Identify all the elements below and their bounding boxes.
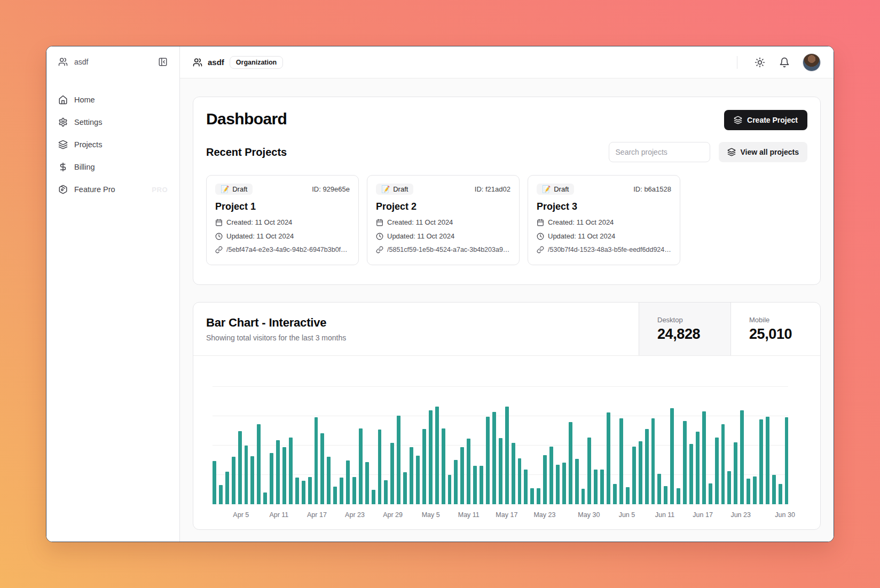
project-card[interactable]: 📝 Draft ID: b6a1528 Project 3 Creat (528, 175, 680, 265)
bar[interactable] (232, 457, 235, 504)
bar[interactable] (276, 440, 280, 504)
bar[interactable] (250, 456, 254, 504)
bar[interactable] (721, 424, 725, 504)
bar[interactable] (372, 490, 375, 505)
bar[interactable] (664, 486, 667, 504)
bar[interactable] (308, 477, 312, 504)
bar[interactable] (772, 475, 776, 504)
bar[interactable] (632, 447, 636, 504)
project-link[interactable]: /5ebf47a4-e2e3-4a9c-94b2-6947b3b0f3… (215, 246, 350, 253)
bar[interactable] (410, 447, 413, 504)
bar[interactable] (537, 488, 540, 504)
bar[interactable] (378, 430, 382, 504)
sidebar-collapse-icon[interactable] (158, 57, 168, 67)
bar[interactable] (359, 428, 363, 504)
bar[interactable] (619, 418, 623, 504)
bar[interactable] (569, 422, 572, 504)
bar[interactable] (727, 471, 731, 504)
bar[interactable] (315, 417, 318, 505)
bar[interactable] (384, 480, 388, 504)
bar[interactable] (416, 456, 420, 504)
bar[interactable] (270, 453, 273, 504)
bar[interactable] (645, 429, 649, 504)
bar[interactable] (505, 407, 509, 504)
bar[interactable] (499, 438, 502, 504)
bar[interactable] (333, 487, 337, 504)
notifications-button[interactable] (775, 53, 794, 72)
bar-chart-plot[interactable] (213, 368, 788, 504)
project-card[interactable]: 📝 Draft ID: 929e65e Project 1 Creat (206, 175, 359, 265)
bar[interactable] (556, 465, 560, 504)
bar[interactable] (302, 481, 305, 504)
bar[interactable] (365, 462, 369, 504)
bar[interactable] (397, 416, 400, 505)
bar[interactable] (289, 438, 293, 504)
bar[interactable] (734, 442, 737, 504)
bar[interactable] (454, 460, 458, 504)
project-link[interactable]: /5851cf59-1e5b-4524-a7ac-3b4b203a9ec9 (376, 246, 510, 253)
bar[interactable] (219, 485, 223, 504)
bar[interactable] (460, 447, 464, 504)
org-switcher[interactable]: asdf Organization (193, 56, 283, 69)
bar[interactable] (600, 470, 604, 504)
bar[interactable] (715, 438, 719, 504)
bar[interactable] (709, 483, 712, 504)
bar[interactable] (747, 479, 750, 504)
bar[interactable] (670, 408, 674, 504)
bar[interactable] (562, 463, 566, 504)
bar[interactable] (524, 470, 528, 504)
create-project-button[interactable]: Create Project (724, 110, 807, 130)
stat-toggle-desktop[interactable]: Desktop 24,828 (639, 303, 730, 355)
bar[interactable] (702, 411, 706, 504)
bar[interactable] (422, 429, 426, 504)
sidebar-item-feature-pro[interactable]: Feature Pro PRO (54, 181, 172, 198)
bar[interactable] (626, 487, 630, 504)
bar[interactable] (530, 488, 534, 504)
bar[interactable] (480, 466, 483, 504)
bar[interactable] (486, 417, 490, 504)
project-link[interactable]: /530b7f4d-1523-48a3-b5fe-eedf6dd92456 (537, 246, 671, 253)
bar[interactable] (677, 488, 680, 504)
bar[interactable] (613, 484, 617, 504)
bar[interactable] (785, 417, 789, 505)
theme-toggle-button[interactable] (750, 53, 769, 72)
bar[interactable] (753, 476, 757, 504)
sidebar-item-billing[interactable]: Billing (54, 158, 172, 176)
bar[interactable] (607, 412, 610, 504)
bar[interactable] (320, 433, 324, 505)
bar[interactable] (245, 446, 248, 504)
bar[interactable] (549, 447, 553, 504)
bar[interactable] (390, 443, 394, 505)
bar[interactable] (473, 466, 477, 504)
bar[interactable] (683, 421, 687, 504)
view-all-projects-button[interactable]: View all projects (719, 142, 807, 162)
bar[interactable] (492, 412, 496, 504)
bar[interactable] (696, 432, 700, 504)
bar[interactable] (518, 458, 522, 504)
bar[interactable] (257, 424, 261, 504)
bar[interactable] (403, 472, 407, 505)
bar[interactable] (759, 419, 763, 504)
bar[interactable] (512, 443, 515, 505)
sidebar-item-settings[interactable]: Settings (54, 114, 172, 131)
bar[interactable] (213, 461, 216, 504)
bar[interactable] (327, 457, 331, 504)
bar[interactable] (225, 472, 229, 504)
search-projects-input[interactable] (609, 142, 710, 162)
bar[interactable] (467, 439, 470, 504)
bar[interactable] (587, 438, 591, 504)
sidebar-item-home[interactable]: Home (54, 91, 172, 108)
bar[interactable] (740, 410, 744, 504)
bar[interactable] (779, 484, 782, 504)
bar[interactable] (238, 431, 242, 504)
bar[interactable] (346, 460, 350, 504)
bar[interactable] (282, 447, 286, 504)
project-card[interactable]: 📝 Draft ID: f21ad02 Project 2 Creat (367, 175, 520, 265)
bar[interactable] (543, 455, 547, 504)
bar[interactable] (639, 441, 642, 504)
bar[interactable] (651, 418, 655, 504)
bar[interactable] (582, 489, 585, 504)
bar[interactable] (766, 417, 769, 504)
bar[interactable] (689, 444, 693, 504)
bar[interactable] (352, 477, 356, 504)
